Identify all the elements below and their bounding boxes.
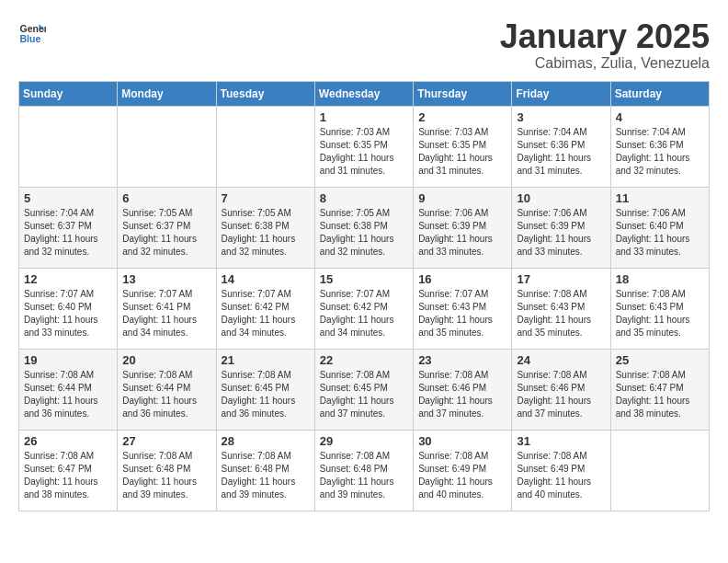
- calendar-cell: 25Sunrise: 7:08 AM Sunset: 6:47 PM Dayli…: [610, 349, 709, 430]
- day-number: 2: [418, 110, 506, 124]
- cell-details: Sunrise: 7:08 AM Sunset: 6:43 PM Dayligh…: [517, 288, 605, 339]
- day-number: 22: [320, 353, 408, 367]
- week-row-4: 19Sunrise: 7:08 AM Sunset: 6:44 PM Dayli…: [19, 349, 710, 430]
- header-thursday: Thursday: [414, 81, 512, 106]
- calendar-cell: 1Sunrise: 7:03 AM Sunset: 6:35 PM Daylig…: [314, 106, 413, 187]
- cell-details: Sunrise: 7:06 AM Sunset: 6:40 PM Dayligh…: [616, 207, 704, 259]
- day-number: 5: [24, 191, 112, 205]
- week-row-2: 5Sunrise: 7:04 AM Sunset: 6:37 PM Daylig…: [19, 187, 710, 268]
- cell-details: Sunrise: 7:08 AM Sunset: 6:46 PM Dayligh…: [418, 369, 506, 420]
- day-number: 27: [122, 434, 210, 448]
- cell-details: Sunrise: 7:06 AM Sunset: 6:39 PM Dayligh…: [418, 207, 506, 259]
- day-number: 28: [222, 434, 310, 448]
- calendar-cell: 18Sunrise: 7:08 AM Sunset: 6:43 PM Dayli…: [610, 268, 709, 349]
- header-tuesday: Tuesday: [216, 81, 314, 106]
- header-wednesday: Wednesday: [314, 81, 413, 106]
- calendar-cell: 10Sunrise: 7:06 AM Sunset: 6:39 PM Dayli…: [512, 187, 610, 268]
- cell-details: Sunrise: 7:04 AM Sunset: 6:37 PM Dayligh…: [24, 207, 112, 259]
- calendar-cell: 12Sunrise: 7:07 AM Sunset: 6:40 PM Dayli…: [19, 268, 118, 349]
- day-number: 14: [222, 272, 310, 286]
- day-number: 26: [24, 434, 112, 448]
- cell-details: Sunrise: 7:04 AM Sunset: 6:36 PM Dayligh…: [517, 126, 605, 178]
- day-number: 24: [517, 353, 605, 367]
- day-number: 30: [418, 434, 506, 448]
- day-number: 16: [418, 272, 506, 286]
- day-number: 3: [517, 110, 605, 124]
- day-number: 10: [517, 191, 605, 205]
- day-number: 18: [616, 272, 704, 286]
- day-number: 8: [320, 191, 408, 205]
- calendar-cell: [610, 430, 709, 511]
- day-number: 20: [122, 353, 210, 367]
- cell-details: Sunrise: 7:08 AM Sunset: 6:45 PM Dayligh…: [222, 369, 310, 420]
- calendar-cell: 8Sunrise: 7:05 AM Sunset: 6:38 PM Daylig…: [314, 187, 413, 268]
- day-number: 21: [222, 353, 310, 367]
- header-saturday: Saturday: [610, 81, 709, 106]
- calendar-cell: 30Sunrise: 7:08 AM Sunset: 6:49 PM Dayli…: [414, 430, 512, 511]
- cell-details: Sunrise: 7:05 AM Sunset: 6:38 PM Dayligh…: [222, 207, 310, 259]
- cell-details: Sunrise: 7:07 AM Sunset: 6:40 PM Dayligh…: [24, 288, 112, 339]
- cell-details: Sunrise: 7:08 AM Sunset: 6:48 PM Dayligh…: [222, 450, 310, 501]
- calendar-cell: 22Sunrise: 7:08 AM Sunset: 6:45 PM Dayli…: [314, 349, 413, 430]
- calendar-cell: 3Sunrise: 7:04 AM Sunset: 6:36 PM Daylig…: [512, 106, 610, 187]
- calendar-cell: 7Sunrise: 7:05 AM Sunset: 6:38 PM Daylig…: [216, 187, 314, 268]
- week-row-5: 26Sunrise: 7:08 AM Sunset: 6:47 PM Dayli…: [19, 430, 710, 511]
- month-year-title: January 2025: [500, 18, 710, 55]
- calendar-cell: [118, 106, 216, 187]
- day-number: 11: [616, 191, 704, 205]
- cell-details: Sunrise: 7:08 AM Sunset: 6:49 PM Dayligh…: [418, 450, 506, 501]
- calendar-cell: 15Sunrise: 7:07 AM Sunset: 6:42 PM Dayli…: [314, 268, 413, 349]
- cell-details: Sunrise: 7:07 AM Sunset: 6:42 PM Dayligh…: [222, 288, 310, 339]
- day-number: 9: [418, 191, 506, 205]
- calendar-cell: [216, 106, 314, 187]
- cell-details: Sunrise: 7:08 AM Sunset: 6:46 PM Dayligh…: [517, 369, 605, 420]
- logo-icon: General Blue: [18, 18, 46, 46]
- week-row-3: 12Sunrise: 7:07 AM Sunset: 6:40 PM Dayli…: [19, 268, 710, 349]
- svg-text:Blue: Blue: [20, 33, 41, 44]
- calendar-cell: 9Sunrise: 7:06 AM Sunset: 6:39 PM Daylig…: [414, 187, 512, 268]
- title-block: January 2025 Cabimas, Zulia, Venezuela: [500, 18, 710, 72]
- cell-details: Sunrise: 7:08 AM Sunset: 6:49 PM Dayligh…: [517, 450, 605, 501]
- calendar-cell: 23Sunrise: 7:08 AM Sunset: 6:46 PM Dayli…: [414, 349, 512, 430]
- header-monday: Monday: [118, 81, 216, 106]
- calendar-cell: 13Sunrise: 7:07 AM Sunset: 6:41 PM Dayli…: [118, 268, 216, 349]
- header-row: SundayMondayTuesdayWednesdayThursdayFrid…: [19, 81, 710, 106]
- cell-details: Sunrise: 7:07 AM Sunset: 6:43 PM Dayligh…: [418, 288, 506, 339]
- calendar-cell: 2Sunrise: 7:03 AM Sunset: 6:35 PM Daylig…: [414, 106, 512, 187]
- header-sunday: Sunday: [19, 81, 118, 106]
- day-number: 23: [418, 353, 506, 367]
- day-number: 31: [517, 434, 605, 448]
- day-number: 6: [122, 191, 210, 205]
- calendar-cell: 26Sunrise: 7:08 AM Sunset: 6:47 PM Dayli…: [19, 430, 118, 511]
- calendar-cell: 27Sunrise: 7:08 AM Sunset: 6:48 PM Dayli…: [118, 430, 216, 511]
- logo: General Blue: [18, 18, 46, 46]
- day-number: 15: [320, 272, 408, 286]
- calendar-cell: 21Sunrise: 7:08 AM Sunset: 6:45 PM Dayli…: [216, 349, 314, 430]
- cell-details: Sunrise: 7:08 AM Sunset: 6:48 PM Dayligh…: [122, 450, 210, 501]
- calendar-cell: 17Sunrise: 7:08 AM Sunset: 6:43 PM Dayli…: [512, 268, 610, 349]
- cell-details: Sunrise: 7:04 AM Sunset: 6:36 PM Dayligh…: [616, 126, 704, 178]
- cell-details: Sunrise: 7:03 AM Sunset: 6:35 PM Dayligh…: [320, 126, 408, 178]
- cell-details: Sunrise: 7:08 AM Sunset: 6:44 PM Dayligh…: [122, 369, 210, 420]
- day-number: 7: [222, 191, 310, 205]
- cell-details: Sunrise: 7:08 AM Sunset: 6:48 PM Dayligh…: [320, 450, 408, 501]
- calendar-cell: [19, 106, 118, 187]
- calendar-cell: 29Sunrise: 7:08 AM Sunset: 6:48 PM Dayli…: [314, 430, 413, 511]
- cell-details: Sunrise: 7:06 AM Sunset: 6:39 PM Dayligh…: [517, 207, 605, 259]
- location-subtitle: Cabimas, Zulia, Venezuela: [500, 55, 710, 72]
- cell-details: Sunrise: 7:08 AM Sunset: 6:47 PM Dayligh…: [616, 369, 704, 420]
- calendar-cell: 16Sunrise: 7:07 AM Sunset: 6:43 PM Dayli…: [414, 268, 512, 349]
- header-friday: Friday: [512, 81, 610, 106]
- cell-details: Sunrise: 7:07 AM Sunset: 6:42 PM Dayligh…: [320, 288, 408, 339]
- day-number: 13: [122, 272, 210, 286]
- cell-details: Sunrise: 7:03 AM Sunset: 6:35 PM Dayligh…: [418, 126, 506, 178]
- day-number: 19: [24, 353, 112, 367]
- calendar-table: SundayMondayTuesdayWednesdayThursdayFrid…: [18, 81, 710, 511]
- calendar-cell: 5Sunrise: 7:04 AM Sunset: 6:37 PM Daylig…: [19, 187, 118, 268]
- calendar-cell: 24Sunrise: 7:08 AM Sunset: 6:46 PM Dayli…: [512, 349, 610, 430]
- cell-details: Sunrise: 7:08 AM Sunset: 6:47 PM Dayligh…: [24, 450, 112, 501]
- calendar-cell: 14Sunrise: 7:07 AM Sunset: 6:42 PM Dayli…: [216, 268, 314, 349]
- cell-details: Sunrise: 7:05 AM Sunset: 6:37 PM Dayligh…: [122, 207, 210, 259]
- calendar-cell: 6Sunrise: 7:05 AM Sunset: 6:37 PM Daylig…: [118, 187, 216, 268]
- calendar-cell: 31Sunrise: 7:08 AM Sunset: 6:49 PM Dayli…: [512, 430, 610, 511]
